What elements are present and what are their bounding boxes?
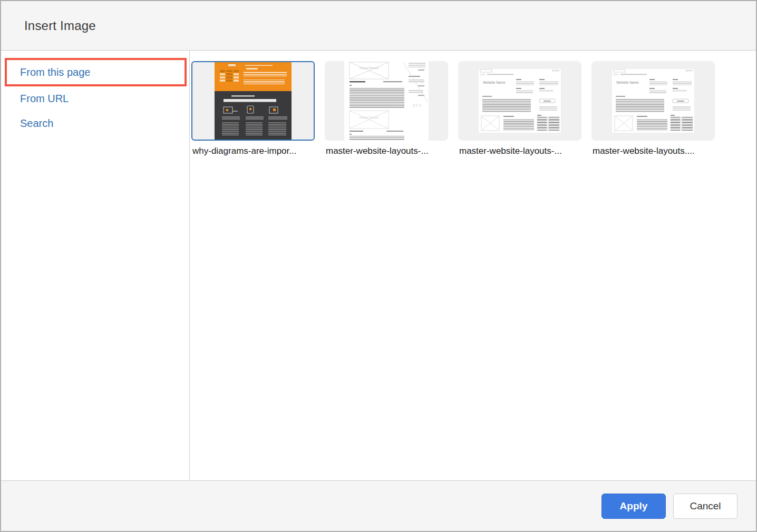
- svg-text:Website Name: Website Name: [483, 81, 506, 84]
- infographic-dark-section: [215, 91, 292, 141]
- sidebar-item-search[interactable]: Search: [1, 111, 189, 136]
- dialog-header: Insert Image: [1, 1, 756, 51]
- svg-text:Article Picture: Article Picture: [359, 66, 379, 70]
- sidebar-item-from-url[interactable]: From URL: [1, 86, 189, 111]
- thumbnail-caption: why-diagrams-are-impor...: [191, 146, 315, 156]
- thumbnail-caption: master-website-layouts-...: [325, 146, 448, 156]
- gallery-item-1: why-diagrams-are-impor...: [191, 61, 315, 156]
- gallery-item-4: Website Name: [591, 61, 715, 156]
- gallery-item-2: Article Picture Article Picture: [325, 61, 448, 156]
- article-wireframe-preview: Article Picture Article Picture: [344, 61, 429, 141]
- thumbnail-master-website-layouts-1[interactable]: Article Picture Article Picture: [325, 61, 448, 141]
- insert-image-dialog: Insert Image From this page From URL Sea…: [0, 0, 757, 532]
- svg-text:Article Picture: Article Picture: [359, 116, 379, 119]
- thumbnail-why-diagrams-are-important[interactable]: [191, 61, 315, 141]
- annotation-highlight-box: From this page: [5, 58, 187, 86]
- image-gallery: why-diagrams-are-impor... Article Pictur…: [190, 51, 756, 480]
- thumbnail-master-website-layouts-3[interactable]: Website Name: [591, 61, 715, 141]
- gallery-item-3: Website Name: [458, 61, 581, 156]
- sidebar-item-from-this-page[interactable]: From this page: [20, 66, 90, 78]
- website-wireframe-preview: Website Name: [478, 68, 561, 133]
- apply-button[interactable]: Apply: [601, 494, 666, 519]
- svg-text:g b d: g b d: [413, 103, 421, 107]
- website-wireframe-preview: Website Name: [612, 68, 695, 133]
- sidebar: From this page From URL Search: [1, 51, 190, 480]
- dialog-body: From this page From URL Search: [1, 51, 756, 480]
- infographic-top-graphic: [215, 62, 292, 91]
- infographic-preview: [215, 62, 292, 140]
- thumbnail-master-website-layouts-2[interactable]: Website Name: [458, 61, 581, 141]
- infographic-orange-section: [215, 62, 292, 91]
- thumbnail-caption: master-website-layouts-...: [458, 146, 581, 156]
- infographic-bottom-graphic: [215, 91, 292, 140]
- svg-text:Website Name: Website Name: [616, 81, 639, 84]
- thumbnail-caption: master-website-layouts....: [591, 146, 715, 156]
- dialog-title: Insert Image: [24, 18, 96, 33]
- cancel-button[interactable]: Cancel: [673, 494, 737, 519]
- dialog-footer: Apply Cancel: [1, 480, 756, 531]
